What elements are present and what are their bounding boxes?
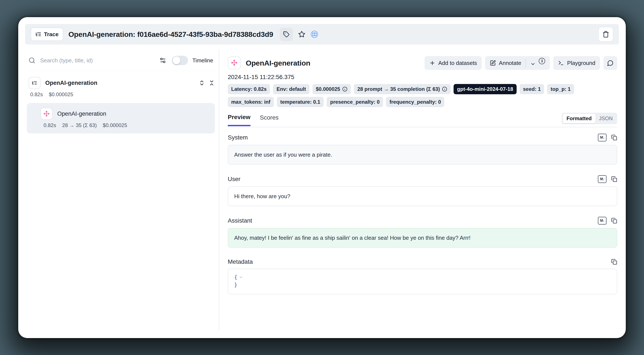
- temperature-badge: temperature: 0.1: [277, 97, 324, 107]
- generation-icon: ✣: [40, 108, 52, 120]
- generation-metrics: 0.82s 28 → 35 (Σ 63) $0.000025: [27, 122, 215, 128]
- section-label: System: [228, 134, 248, 141]
- info-icon: [442, 86, 447, 92]
- playground-button[interactable]: Playground: [553, 56, 600, 70]
- star-button[interactable]: [298, 31, 306, 38]
- observation-panel: ✣ OpenAI-generation Add to datasets Anno…: [219, 49, 626, 330]
- trace-tree-sidebar: Search (type, title, id) Timeline OpenAI…: [18, 49, 219, 330]
- cost-badge[interactable]: $0.000025: [312, 84, 351, 94]
- trace-cost: $0.000025: [49, 91, 73, 97]
- copy-icon[interactable]: [611, 259, 617, 265]
- view-mode-switch: Formatted JSON: [562, 113, 617, 124]
- json-collapse-icon[interactable]: [239, 275, 243, 279]
- annotate-count-badge: 1: [539, 58, 545, 64]
- system-message-box: Answer the user as if you were a pirate.: [228, 145, 617, 165]
- section-label: Assistant: [228, 217, 252, 224]
- user-message-box: Hi there, how are you?: [228, 186, 617, 206]
- search-input[interactable]: Search (type, title, id): [40, 57, 93, 64]
- tree-item-label: OpenAI-generation: [57, 111, 106, 117]
- trace-window: Trace OpenAI-generation: f016ae6d-4527-4…: [18, 17, 626, 338]
- trace-title: OpenAI-generation: f016ae6d-4527-43f5-93…: [68, 30, 273, 38]
- tree-item-label: OpenAI-generation: [45, 80, 97, 86]
- generation-latency: 0.82s: [44, 122, 56, 128]
- tree-search-row: Search (type, title, id) Timeline: [28, 56, 219, 71]
- view-json-option[interactable]: JSON: [596, 114, 616, 123]
- tab-scores[interactable]: Scores: [260, 114, 278, 125]
- trace-badge-label: Trace: [44, 31, 58, 38]
- markdown-toggle-icon[interactable]: M↓: [598, 134, 606, 141]
- chevron-down-icon: [530, 61, 536, 67]
- env-badge: Env: default: [273, 84, 309, 94]
- latency-badge: Latency: 0.82s: [228, 84, 270, 94]
- comments-button[interactable]: [604, 56, 617, 70]
- timeline-toggle[interactable]: [172, 56, 188, 65]
- tree-item-generation[interactable]: ✣ OpenAI-generation 0.82s 28 → 35 (Σ 63)…: [27, 103, 215, 133]
- delete-trace-button[interactable]: [598, 27, 613, 42]
- copy-icon[interactable]: [611, 218, 617, 224]
- collapse-all-icon[interactable]: [208, 80, 215, 86]
- generation-icon: ✣: [228, 56, 240, 69]
- json-open-brace: {: [234, 273, 237, 281]
- assistant-section-header: Assistant M↓: [228, 217, 617, 225]
- tag-icon: [283, 31, 290, 37]
- tree-settings-icon[interactable]: [159, 57, 166, 64]
- metadata-section-header: Metadata: [228, 258, 617, 265]
- plus-icon: [429, 60, 435, 66]
- panel-tabs: Preview Scores Formatted JSON: [228, 113, 617, 127]
- generation-tokens: 28 → 35 (Σ 63): [62, 122, 97, 128]
- pen-square-icon: [490, 60, 496, 66]
- app-header: Trace OpenAI-generation: f016ae6d-4527-4…: [25, 24, 619, 44]
- tokens-badge[interactable]: 28 prompt → 35 completion (Σ 63): [354, 84, 450, 94]
- expand-all-icon[interactable]: [198, 80, 205, 86]
- badge-row-2: max_tokens: inf temperature: 0.1 presenc…: [228, 97, 617, 107]
- system-section-header: System M↓: [228, 134, 617, 141]
- markdown-toggle-icon[interactable]: M↓: [598, 175, 606, 183]
- frequency-penalty-badge: frequency_penalty: 0: [386, 97, 444, 107]
- max-tokens-badge: max_tokens: inf: [228, 97, 274, 107]
- trace-metrics: 0.82s $0.000025: [28, 91, 219, 97]
- info-icon: [342, 86, 348, 92]
- assistant-message-box: Ahoy, matey! I be feelin' as fine as a s…: [228, 228, 617, 248]
- public-globe-button[interactable]: [310, 30, 318, 38]
- search-icon: [28, 57, 36, 64]
- section-label: Metadata: [228, 258, 253, 265]
- trace-type-badge: Trace: [31, 28, 63, 41]
- section-label: User: [228, 176, 240, 183]
- trash-icon: [602, 31, 609, 38]
- list-tree-icon: [28, 77, 40, 89]
- trace-latency: 0.82s: [30, 91, 43, 97]
- list-tree-icon: [36, 31, 42, 37]
- badge-row-1: Latency: 0.82s Env: default $0.000025 28…: [228, 84, 617, 94]
- view-formatted-option[interactable]: Formatted: [563, 114, 596, 123]
- timeline-toggle-label: Timeline: [192, 57, 213, 64]
- metadata-json-box: { }: [228, 269, 617, 294]
- tree-item-trace[interactable]: OpenAI-generation: [28, 77, 219, 89]
- annotate-button[interactable]: Annotate 1: [485, 56, 550, 70]
- observation-timestamp: 2024-11-15 11:22:56.375: [228, 74, 617, 80]
- top-p-badge: top_p: 1: [547, 84, 574, 94]
- user-section-header: User M↓: [228, 175, 617, 183]
- presence-penalty-badge: presence_penalty: 0: [326, 97, 383, 107]
- json-close-brace: }: [234, 281, 237, 289]
- copy-icon[interactable]: [611, 135, 617, 141]
- model-badge[interactable]: gpt-4o-mini-2024-07-18: [454, 84, 516, 94]
- tab-preview[interactable]: Preview: [228, 114, 250, 126]
- message-circle-icon: [607, 60, 614, 66]
- markdown-toggle-icon[interactable]: M↓: [598, 217, 606, 225]
- observation-title: OpenAI-generation: [246, 59, 310, 67]
- add-to-datasets-button[interactable]: Add to datasets: [424, 56, 482, 70]
- seed-badge: seed: 1: [520, 84, 544, 94]
- terminal-icon: [558, 60, 564, 66]
- generation-cost: $0.000025: [103, 122, 127, 128]
- copy-icon[interactable]: [611, 176, 617, 182]
- tag-button[interactable]: [280, 28, 293, 41]
